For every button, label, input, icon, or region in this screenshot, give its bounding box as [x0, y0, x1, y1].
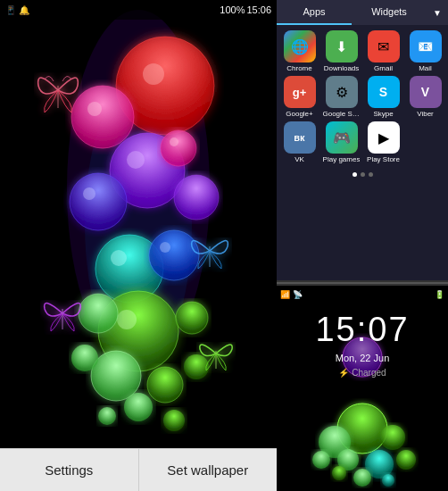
right-panel: Apps Widgets ▼ 🌐 Chrome ⬇ Downloads — [277, 0, 448, 491]
app-playgames[interactable]: 🎮 Play games — [322, 121, 361, 163]
app-playgames-label: Play games — [323, 155, 361, 163]
app-mail-label: Mail — [419, 64, 432, 72]
dropdown-icon[interactable]: ▼ — [427, 0, 448, 25]
apps-tabs: Apps Widgets ▼ — [277, 0, 448, 25]
svg-point-21 — [91, 351, 141, 401]
app-vk[interactable]: вк VK — [280, 121, 319, 163]
svg-point-24 — [184, 354, 209, 379]
svg-point-19 — [79, 294, 118, 333]
app-downloads-label: Downloads — [324, 64, 360, 72]
svg-point-10 — [161, 130, 196, 166]
left-panel: 📱 🔔 100% 15:06 — [0, 0, 277, 491]
svg-point-9 — [83, 187, 95, 200]
svg-point-27 — [98, 407, 116, 425]
tab-apps[interactable]: Apps — [277, 0, 352, 25]
lock-charged-text: Charged — [352, 368, 386, 378]
chevron-down-icon: ▼ — [433, 8, 442, 18]
svg-point-14 — [111, 250, 127, 266]
svg-point-38 — [396, 450, 416, 470]
app-googlesettings[interactable]: ⚙ Google Settings — [322, 76, 361, 118]
app-gmail[interactable]: ✉ Gmail — [364, 30, 402, 72]
bubbles-svg — [0, 0, 277, 448]
app-chrome[interactable]: 🌐 Chrome — [280, 30, 319, 72]
svg-point-39 — [353, 469, 371, 487]
svg-point-40 — [332, 466, 346, 480]
svg-point-37 — [312, 451, 330, 469]
svg-point-11 — [170, 137, 178, 146]
svg-point-15 — [149, 230, 199, 280]
time-text: 15:06 — [246, 4, 271, 15]
panel-divider — [277, 282, 448, 284]
svg-point-4 — [71, 86, 134, 148]
lock-time: 15:07 — [277, 311, 448, 349]
dot-2 — [361, 172, 365, 177]
dot-1 — [353, 172, 357, 177]
svg-point-41 — [382, 474, 394, 487]
apps-panel: Apps Widgets ▼ 🌐 Chrome ⬇ Downloads — [277, 0, 448, 280]
svg-point-5 — [87, 102, 102, 116]
app-vk-label: VK — [295, 155, 304, 163]
settings-button[interactable]: Settings — [0, 448, 139, 491]
svg-point-8 — [70, 173, 127, 230]
set-wallpaper-button[interactable]: Set wallpaper — [139, 448, 278, 491]
svg-point-20 — [176, 302, 208, 334]
bottom-buttons: Settings Set wallpaper — [0, 448, 277, 491]
app-googleplus[interactable]: g+ Google+ — [280, 76, 319, 118]
app-googlesettings-label: Google Settings — [323, 110, 361, 118]
svg-point-25 — [124, 393, 153, 421]
battery-text: 100% — [220, 4, 245, 15]
app-playstore-label: Play Store — [367, 155, 400, 163]
svg-point-16 — [160, 242, 170, 253]
svg-point-23 — [71, 345, 98, 371]
notification-icons: 📱 🔔 — [5, 5, 29, 15]
app-playstore[interactable]: ▶ Play Store — [364, 121, 402, 163]
svg-point-7 — [127, 151, 145, 169]
lockscreen-panel: 📶 📡 🔋 — [277, 286, 448, 491]
svg-point-18 — [117, 310, 137, 329]
dots-indicator — [277, 169, 448, 180]
lock-charged: ⚡ Charged — [277, 368, 448, 378]
app-downloads[interactable]: ⬇ Downloads — [322, 30, 361, 72]
svg-point-12 — [174, 175, 219, 220]
app-viber[interactable]: V Viber — [406, 76, 444, 118]
app-chrome-label: Chrome — [286, 64, 311, 72]
svg-point-34 — [380, 425, 405, 450]
svg-point-22 — [147, 367, 183, 403]
svg-point-26 — [163, 410, 185, 431]
app-mail[interactable]: 📧 Mail — [406, 30, 444, 72]
app-skype[interactable]: S Skype — [364, 76, 402, 118]
status-bar-right: 100% 15:06 — [220, 4, 271, 15]
app-gmail-label: Gmail — [374, 64, 393, 72]
app-skype-label: Skype — [373, 110, 393, 118]
apps-grid: 🌐 Chrome ⬇ Downloads ✉ Gmail 📧 — [277, 25, 448, 169]
status-bar: 📱 🔔 100% 15:06 — [0, 0, 277, 20]
dot-3 — [369, 172, 373, 177]
tab-widgets[interactable]: Widgets — [352, 0, 427, 25]
status-bar-left: 📱 🔔 — [5, 5, 29, 15]
svg-point-3 — [143, 63, 164, 85]
charging-icon: ⚡ — [338, 368, 349, 378]
app-viber-label: Viber — [417, 110, 434, 118]
app-googleplus-label: Google+ — [286, 110, 312, 118]
lock-date: Mon, 22 Jun — [277, 353, 448, 363]
wallpaper-preview: 📱 🔔 100% 15:06 — [0, 0, 277, 448]
